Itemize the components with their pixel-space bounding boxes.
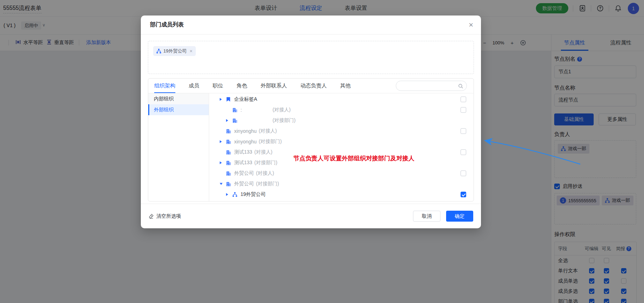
search-box xyxy=(396,81,467,91)
building-icon xyxy=(226,149,232,155)
tree-row[interactable]: 企业标签A xyxy=(209,94,474,105)
tree-node-name: xinyonghu xyxy=(234,128,257,134)
tree-row[interactable]: (对接部门) xyxy=(209,115,474,126)
selected-tag[interactable]: 19外贸公司 × xyxy=(153,46,196,56)
org-left-nav: 内部组织外部组织 xyxy=(148,93,209,202)
tree-node-suffix: (对接部门) xyxy=(254,160,277,166)
modal-body: 19外贸公司 × 组织架构成员职位角色外部联系人动态负责人其他 内部组织外部组织… xyxy=(141,35,481,204)
tree-node-name: 测试133 xyxy=(234,160,252,166)
tree-node-suffix: (对接部门) xyxy=(259,138,282,145)
building-icon xyxy=(232,107,238,113)
confirm-button[interactable]: 确定 xyxy=(446,211,473,222)
tree-checkbox[interactable] xyxy=(461,171,466,176)
tree-row[interactable]: 外贸公司(对接人) xyxy=(209,168,474,179)
tree-row[interactable]: xinyonghu(对接部门) xyxy=(209,136,474,147)
tree-row[interactable]: :(对接人) xyxy=(209,105,474,115)
tree-node-name: 外贸公司 xyxy=(234,170,254,177)
tree-checkbox[interactable] xyxy=(461,97,466,102)
search-icon[interactable] xyxy=(458,84,463,89)
tree-node-name: 外贸公司 xyxy=(234,181,254,187)
modal-tab[interactable]: 成员 xyxy=(189,79,199,93)
modal-tab[interactable]: 组织架构 xyxy=(154,79,175,93)
tree-node-name: : xyxy=(240,107,270,113)
expand-icon[interactable] xyxy=(220,98,226,101)
modal-footer: 清空所选项 取消 确定 xyxy=(141,204,481,228)
tree-node-suffix: (对接人) xyxy=(259,128,277,134)
cancel-button[interactable]: 取消 xyxy=(413,211,440,222)
expand-icon[interactable] xyxy=(220,161,226,164)
org-picker: 组织架构成员职位角色外部联系人动态负责人其他 内部组织外部组织 企业标签A:(对… xyxy=(148,78,474,202)
tree-node-suffix: (对接部门) xyxy=(256,181,279,187)
annotation-text: 节点负责人可设置外部组织对接部门及对接人 xyxy=(293,154,414,162)
modal-tab[interactable]: 其他 xyxy=(340,79,351,93)
tree-node-name: 企业标签A xyxy=(234,96,257,103)
org-nav-item[interactable]: 外部组织 xyxy=(148,104,209,115)
eraser-icon xyxy=(149,214,154,219)
tree-checkbox[interactable] xyxy=(461,107,466,113)
tree-row[interactable]: 19外贸公司 xyxy=(209,189,474,200)
selected-items-box[interactable]: 19外贸公司 × xyxy=(148,41,474,74)
modal-tab[interactable]: 外部联系人 xyxy=(261,79,287,93)
org-nav-item[interactable]: 内部组织 xyxy=(148,93,209,104)
modal-tab[interactable]: 职位 xyxy=(213,79,223,93)
org-icon xyxy=(232,192,238,197)
building-icon xyxy=(226,171,232,176)
search-input[interactable] xyxy=(400,81,457,90)
tree-node-suffix: (对接部门) xyxy=(273,117,295,124)
modal-tab[interactable]: 动态负责人 xyxy=(300,79,327,93)
clear-selection-button[interactable]: 清空所选项 xyxy=(149,213,181,219)
close-icon[interactable]: × xyxy=(469,21,473,29)
building-icon xyxy=(232,118,238,123)
org-content: 内部组织外部组织 企业标签A:(对接人)(对接部门)xinyonghu(对接人)… xyxy=(148,93,474,202)
tree-row[interactable]: xinyonghu(对接人) xyxy=(209,126,474,136)
app-window: 55555流程表单 表单设计流程设定表单设置 数据管理 ? 1 ( V1 ) 启… xyxy=(0,0,644,303)
building-icon xyxy=(226,160,232,166)
modal-tabs: 组织架构成员职位角色外部联系人动态负责人其他 xyxy=(148,79,474,93)
collapse-icon[interactable] xyxy=(220,183,226,185)
tree-node-name: xinyonghu xyxy=(234,139,257,144)
remove-tag-icon[interactable]: × xyxy=(189,48,192,54)
modal-header: 部门成员列表 × xyxy=(141,16,481,35)
expand-icon[interactable] xyxy=(226,119,232,122)
tree-node-suffix: (对接人) xyxy=(256,170,274,177)
selected-tag-label: 19外贸公司 xyxy=(163,48,187,54)
tree-checkbox[interactable] xyxy=(461,149,466,155)
modal-title: 部门成员列表 xyxy=(150,21,184,29)
department-member-modal: 部门成员列表 × 19外贸公司 × 组织架构成员职位角色外部联系人动态负责人其他 xyxy=(141,16,481,228)
org-tree: 企业标签A:(对接人)(对接部门)xinyonghu(对接人)xinyonghu… xyxy=(209,93,474,202)
building-icon xyxy=(226,139,232,144)
org-icon xyxy=(156,49,161,54)
tree-node-name: 测试133 xyxy=(234,149,252,155)
clear-selection-label: 清空所选项 xyxy=(156,213,181,219)
bookmark-icon xyxy=(226,97,232,102)
expand-icon[interactable] xyxy=(226,193,232,196)
tree-node-suffix: (对接人) xyxy=(254,149,272,155)
modal-tab[interactable]: 角色 xyxy=(237,79,247,93)
tree-node-name: 19外贸公司 xyxy=(240,191,266,198)
expand-icon[interactable] xyxy=(220,140,226,143)
building-icon xyxy=(226,181,232,187)
tree-checkbox[interactable] xyxy=(461,192,466,197)
tree-checkbox[interactable] xyxy=(461,128,466,134)
tree-node-suffix: (对接人) xyxy=(273,107,290,113)
tree-row[interactable]: 外贸公司(对接部门) xyxy=(209,179,474,189)
building-icon xyxy=(226,128,232,134)
